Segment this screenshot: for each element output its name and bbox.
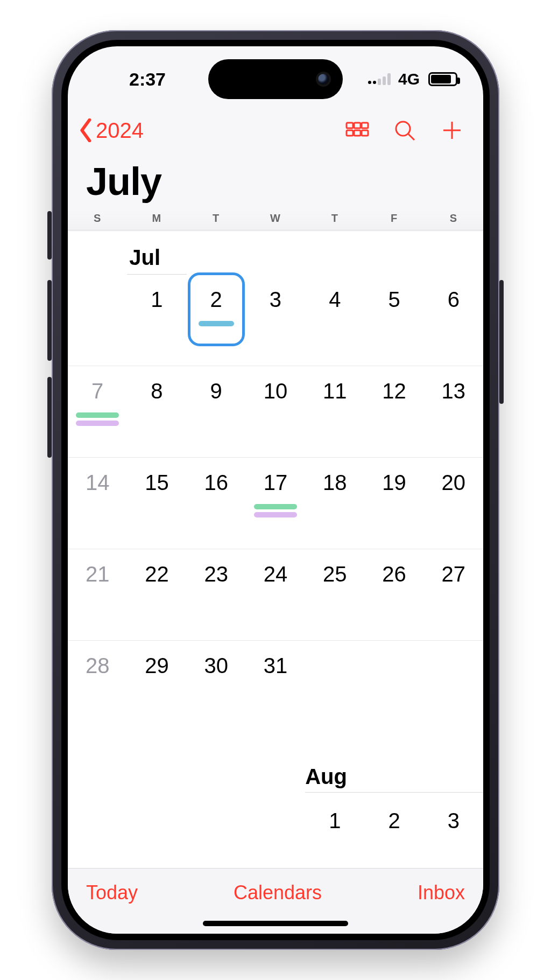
event-indicator [76, 412, 119, 418]
calendar-grid[interactable]: Jul 123456789101112131415161718192021222… [68, 232, 483, 868]
add-event-button[interactable] [436, 114, 468, 146]
day-number: 16 [187, 471, 246, 495]
svg-rect-5 [362, 130, 368, 136]
event-indicator [254, 504, 297, 509]
week-row: 21222324252627 [68, 549, 483, 641]
day-cell[interactable]: 1 [305, 796, 364, 866]
svg-point-6 [396, 122, 410, 136]
day-number: 20 [424, 471, 483, 495]
day-number: 6 [424, 288, 483, 312]
day-cell[interactable]: 10 [246, 366, 305, 457]
day-cell[interactable]: 20 [424, 458, 483, 549]
day-cell[interactable]: 6 [424, 275, 483, 366]
svg-rect-3 [347, 130, 353, 136]
day-cell[interactable]: 9 [187, 366, 246, 457]
svg-rect-0 [347, 123, 353, 128]
day-cell[interactable]: 27 [424, 549, 483, 640]
day-cell[interactable]: 22 [127, 549, 186, 640]
search-icon [393, 118, 416, 142]
network-type-label: 4G [398, 70, 420, 88]
day-cell[interactable]: 8 [127, 366, 186, 457]
day-cell[interactable]: 29 [127, 641, 186, 732]
event-indicator [254, 512, 297, 517]
home-indicator[interactable] [203, 921, 348, 926]
day-number: 25 [305, 562, 364, 586]
inbox-button[interactable]: Inbox [418, 881, 465, 904]
day-cell[interactable]: 7 [68, 366, 127, 457]
side-button-volume-up [47, 280, 52, 361]
day-cell[interactable]: 2 [364, 796, 423, 866]
back-button[interactable]: 2024 [79, 118, 144, 143]
phone-frame: 2:37 4G [52, 30, 499, 950]
week-row: 78910111213 [68, 366, 483, 458]
phone-bezel: 2:37 4G [61, 40, 490, 940]
day-cell[interactable]: 19 [364, 458, 423, 549]
day-cell[interactable]: 28 [68, 641, 127, 732]
day-number: 21 [68, 562, 127, 586]
day-cell[interactable]: 3 [246, 275, 305, 366]
day-number: 29 [127, 654, 186, 678]
day-cell[interactable]: 23 [187, 549, 246, 640]
plus-icon [440, 118, 464, 142]
day-empty [424, 641, 483, 732]
day-number: 1 [127, 288, 186, 312]
battery-icon [428, 72, 457, 86]
day-number: 12 [364, 379, 423, 403]
calendars-button[interactable]: Calendars [234, 881, 322, 904]
today-button[interactable]: Today [86, 881, 138, 904]
day-cell[interactable]: 12 [364, 366, 423, 457]
day-empty [68, 275, 127, 366]
day-cell[interactable]: 25 [305, 549, 364, 640]
day-cell[interactable]: 17 [246, 458, 305, 549]
search-button[interactable] [388, 114, 421, 146]
day-empty [187, 796, 246, 866]
day-number: 31 [246, 654, 305, 678]
day-number: 2 [187, 288, 246, 312]
day-cell[interactable]: 15 [127, 458, 186, 549]
day-number: 8 [127, 379, 186, 403]
weekday-label: M [127, 212, 186, 225]
day-cell[interactable]: 1 [127, 275, 186, 366]
day-empty [246, 796, 305, 866]
month-label-jul: Jul [127, 232, 186, 275]
event-indicator [199, 321, 234, 326]
day-cell[interactable]: 2 [187, 275, 246, 366]
side-button-silence [47, 211, 52, 260]
svg-rect-2 [362, 123, 368, 128]
day-number: 10 [246, 379, 305, 403]
status-time: 2:37 [94, 69, 201, 90]
day-number: 19 [364, 471, 423, 495]
day-cell[interactable]: 21 [68, 549, 127, 640]
month-label-aug: Aug [68, 732, 483, 796]
day-cell[interactable]: 16 [187, 458, 246, 549]
day-number: 23 [187, 562, 246, 586]
day-number: 27 [424, 562, 483, 586]
day-cell[interactable]: 24 [246, 549, 305, 640]
phone-screen: 2:37 4G [68, 46, 483, 934]
day-cell[interactable]: 4 [305, 275, 364, 366]
day-cell[interactable]: 14 [68, 458, 127, 549]
day-number: 22 [127, 562, 186, 586]
weekday-label: F [364, 212, 423, 225]
day-events [250, 504, 301, 517]
day-number: 4 [305, 288, 364, 312]
view-switcher-button[interactable] [341, 114, 373, 146]
day-cell[interactable]: 18 [305, 458, 364, 549]
svg-rect-4 [354, 130, 361, 136]
day-number: 17 [246, 471, 305, 495]
day-cell[interactable]: 11 [305, 366, 364, 457]
day-cell[interactable]: 13 [424, 366, 483, 457]
day-cell[interactable]: 3 [424, 796, 483, 866]
day-cell[interactable]: 26 [364, 549, 423, 640]
day-number: 3 [424, 809, 483, 833]
day-events [72, 412, 123, 426]
chevron-left-icon [79, 118, 94, 142]
day-number: 14 [68, 471, 127, 495]
day-cell[interactable]: 31 [246, 641, 305, 732]
day-number: 2 [364, 809, 423, 833]
day-cell[interactable]: 30 [187, 641, 246, 732]
day-cell[interactable]: 5 [364, 275, 423, 366]
event-indicator [76, 421, 119, 426]
day-number: 7 [68, 379, 127, 403]
day-number: 9 [187, 379, 246, 403]
